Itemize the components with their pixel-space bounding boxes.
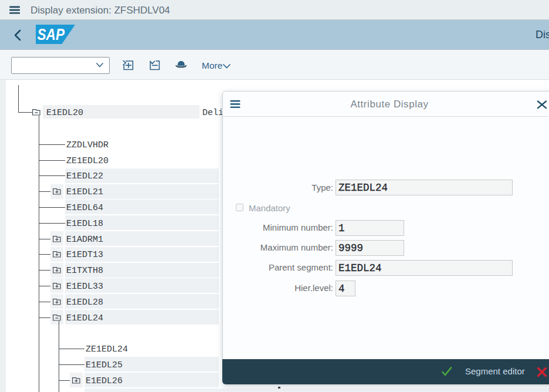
svg-text:SAP: SAP [38, 25, 65, 43]
